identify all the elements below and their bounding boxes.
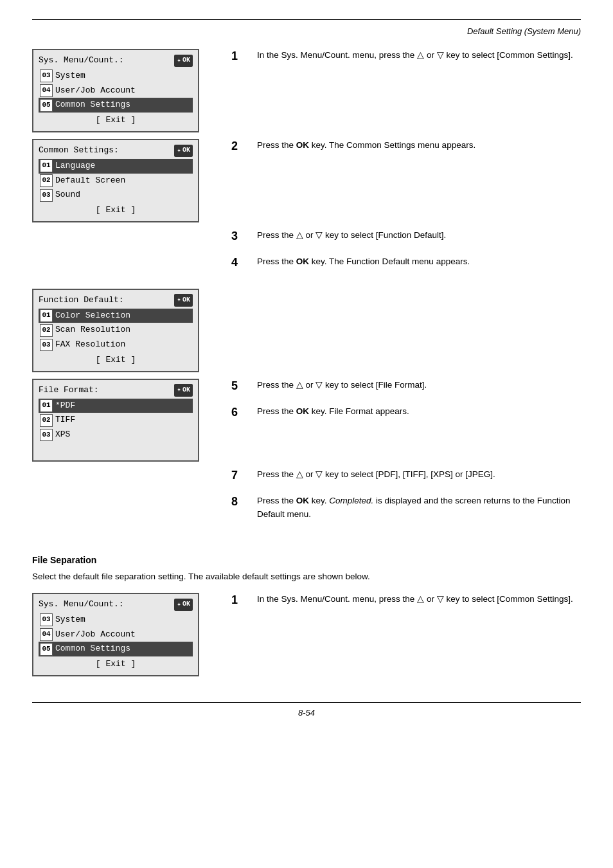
step-number-3: 3 <box>231 229 251 244</box>
lcd-label-1-3: Common Settings <box>55 98 130 112</box>
lcd-label-1-2: User/Job Account <box>55 84 136 98</box>
lcd-row-2-2: 02 Default Screen <box>39 174 193 188</box>
left-panel-1: Sys. Menu/Count.: ✦OK 03 System 04 User/… <box>32 49 212 132</box>
lcd-row-1-3: 05 Common Settings <box>39 98 193 113</box>
lcd-row-4-2: 02 TIFF <box>39 413 193 428</box>
arrow-icon-1: ✦ <box>177 55 181 67</box>
step-number-4: 4 <box>231 255 251 270</box>
lcd-num-4-1: 01 <box>40 399 53 412</box>
content-area: Sys. Menu/Count.: ✦OK 03 System 04 User/… <box>32 49 581 683</box>
left-panel-4: File Format: ✦OK 01 *PDF 02 TIFF 0 <box>32 379 212 462</box>
step-number-2: 2 <box>231 139 251 154</box>
left-panel-2: Common Settings: ✦OK 01 Language 02 Defa… <box>32 139 212 222</box>
right-instructions-2: 2 Press the OK key. The Common Settings … <box>231 139 581 165</box>
lcd-screen-5: Sys. Menu/Count.: ✦OK 03 System 04 User/… <box>32 593 199 676</box>
step-text-5: Press the △ or ▽ key to select [File For… <box>257 379 581 392</box>
step-number-1: 1 <box>231 49 251 64</box>
lcd-row-5-2: 04 User/Job Account <box>39 628 193 642</box>
lcd-row-5-3: 05 Common Settings <box>39 642 193 656</box>
lcd-num-2-2: 02 <box>40 174 53 187</box>
header-title: Default Setting (System Menu) <box>32 26 581 36</box>
steps-no-panel-78: 7 Press the △ or ▽ key to select [PDF], … <box>32 468 581 532</box>
lcd-num-5-3: 05 <box>40 643 53 656</box>
right-instructions-1: 1 In the Sys. Menu/Count. menu, press th… <box>231 49 581 75</box>
step-group-1: Sys. Menu/Count.: ✦OK 03 System 04 User/… <box>32 49 581 132</box>
step-text-1: In the Sys. Menu/Count. menu, press the … <box>257 49 581 62</box>
lcd-row-3-1: 01 Color Selection <box>39 309 193 323</box>
left-panel-3: Function Default: ✦OK 01 Color Selection… <box>32 289 212 372</box>
step-group-3: Function Default: ✦OK 01 Color Selection… <box>32 289 581 372</box>
step-number-6: 6 <box>231 405 251 420</box>
lcd-row-4-1: 01 *PDF <box>39 399 193 413</box>
step-number-8: 8 <box>231 494 251 509</box>
lcd-label-4-2: TIFF <box>55 413 75 427</box>
instruction-step-8: 8 Press the OK key. Completed. is displa… <box>231 494 581 521</box>
lcd-row-2-1: 01 Language <box>39 159 193 174</box>
footer-rule <box>32 702 581 703</box>
lcd-screen-4: File Format: ✦OK 01 *PDF 02 TIFF 0 <box>32 379 199 462</box>
lcd-screen-3: Function Default: ✦OK 01 Color Selection… <box>32 289 199 372</box>
lcd-label-2-3: Sound <box>55 188 80 202</box>
step-number-7: 7 <box>231 468 251 483</box>
file-separation-title: File Separation <box>32 555 581 565</box>
lcd-row-3-2: 02 Scan Resolution <box>39 323 193 338</box>
step-text-fs1: In the Sys. Menu/Count. menu, press the … <box>257 593 581 606</box>
step-text-4: Press the OK key. The Function Default m… <box>257 255 581 268</box>
step-group-2: Common Settings: ✦OK 01 Language 02 Defa… <box>32 139 581 222</box>
lcd-row-1-2: 04 User/Job Account <box>39 84 193 98</box>
lcd-title-3: Function Default: <box>39 294 124 307</box>
lcd-num-2-1: 01 <box>40 159 53 172</box>
lcd-title-5: Sys. Menu/Count.: <box>39 598 124 611</box>
lcd-label-3-3: FAX Resolution <box>55 338 125 352</box>
lcd-exit-5: [ Exit ] <box>39 658 193 671</box>
instruction-step-7: 7 Press the △ or ▽ key to select [PDF], … <box>231 468 581 483</box>
step-group-5: Sys. Menu/Count.: ✦OK 03 System 04 User/… <box>32 593 581 676</box>
lcd-row-2-3: 03 Sound <box>39 188 193 203</box>
lcd-num-2-3: 03 <box>40 189 53 202</box>
arrow-icon-2: ✦ <box>177 145 181 157</box>
instruction-step-fs1: 1 In the Sys. Menu/Count. menu, press th… <box>231 593 581 608</box>
step-text-6: Press the OK key. File Format appears. <box>257 405 581 418</box>
step-text-3: Press the △ or ▽ key to select [Function… <box>257 229 581 242</box>
instruction-step-6: 6 Press the OK key. File Format appears. <box>231 405 581 420</box>
step-text-2: Press the OK key. The Common Settings me… <box>257 139 581 152</box>
step-group-4: File Format: ✦OK 01 *PDF 02 TIFF 0 <box>32 379 581 462</box>
lcd-row-5-1: 03 System <box>39 613 193 628</box>
step-number-5: 5 <box>231 379 251 393</box>
lcd-title-4: File Format: <box>39 384 99 397</box>
lcd-label-5-1: System <box>55 613 85 627</box>
lcd-label-1-1: System <box>55 69 85 83</box>
header-rule <box>32 19 581 20</box>
arrow-icon-3: ✦ <box>177 294 181 306</box>
instruction-step-1: 1 In the Sys. Menu/Count. menu, press th… <box>231 49 581 64</box>
lcd-row-3-3: 03 FAX Resolution <box>39 338 193 352</box>
lcd-label-4-3: XPS <box>55 428 70 442</box>
lcd-label-5-2: User/Job Account <box>55 628 136 642</box>
lcd-num-1-3: 05 <box>40 99 53 112</box>
lcd-num-4-2: 02 <box>40 414 53 427</box>
lcd-num-3-1: 01 <box>40 309 53 322</box>
left-panel-5: Sys. Menu/Count.: ✦OK 03 System 04 User/… <box>32 593 212 676</box>
step-text-8: Press the OK key. Completed. is displaye… <box>257 494 581 521</box>
instruction-step-2: 2 Press the OK key. The Common Settings … <box>231 139 581 154</box>
lcd-num-4-3: 03 <box>40 429 53 442</box>
lcd-label-5-3: Common Settings <box>55 642 130 656</box>
step-number-fs1: 1 <box>231 593 251 608</box>
lcd-row-4-3: 03 XPS <box>39 428 193 442</box>
lcd-exit-2: [ Exit ] <box>39 204 193 217</box>
lcd-ok-badge-5: ✦OK <box>174 599 193 611</box>
lcd-label-4-1: *PDF <box>55 399 75 413</box>
arrow-icon-4: ✦ <box>177 384 181 396</box>
lcd-label-3-2: Scan Resolution <box>55 323 130 337</box>
lcd-num-3-3: 03 <box>40 339 53 352</box>
lcd-screen-2: Common Settings: ✦OK 01 Language 02 Defa… <box>32 139 199 222</box>
instruction-step-4: 4 Press the OK key. The Function Default… <box>231 255 581 270</box>
right-instructions-4: 5 Press the △ or ▽ key to select [File F… <box>231 379 581 432</box>
lcd-num-1-1: 03 <box>40 69 53 82</box>
arrow-icon-5: ✦ <box>177 599 181 611</box>
lcd-num-1-2: 04 <box>40 84 53 97</box>
lcd-ok-badge-3: ✦OK <box>174 294 193 307</box>
lcd-exit-3: [ Exit ] <box>39 354 193 367</box>
steps-no-panel-34: 3 Press the △ or ▽ key to select [Functi… <box>32 229 581 282</box>
right-instructions-5: 1 In the Sys. Menu/Count. menu, press th… <box>231 593 581 619</box>
